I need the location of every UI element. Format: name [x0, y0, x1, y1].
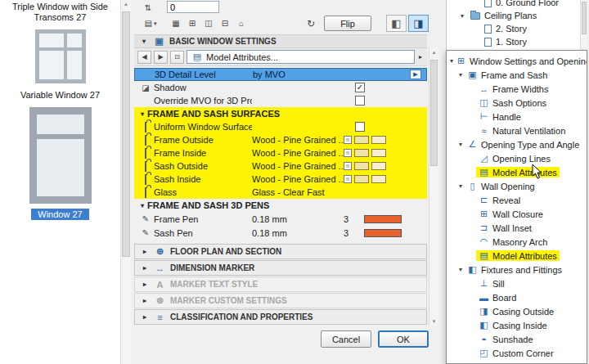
navigator-item-story-1[interactable]: 1. Story: [447, 35, 587, 48]
scrollbar-thumb[interactable]: [122, 11, 130, 257]
surface-value[interactable]: Wood - Pine Grained ...: [252, 161, 344, 171]
surface-chip-icon[interactable]: [344, 175, 352, 183]
tree-item-casing-inside[interactable]: ◧Casing Inside: [447, 318, 587, 332]
surface-swatch-secondary[interactable]: [371, 149, 386, 157]
row-sash-outside[interactable]: Sash Outside Wood - Pine Grained ...: [134, 160, 427, 173]
pen-color-swatch[interactable]: [364, 215, 402, 223]
row-frame-pen[interactable]: ✎ Frame Pen 0.18 mm 3: [134, 212, 427, 226]
pen-weight-value[interactable]: 0.18 mm: [252, 228, 344, 238]
window-thumbnail-triple[interactable]: [35, 29, 86, 83]
previous-page-button[interactable]: ◀: [137, 51, 151, 64]
rotate-button[interactable]: ↻: [303, 16, 319, 30]
surface-swatch-secondary[interactable]: [371, 175, 386, 183]
tree-item-opening-type-and-angle[interactable]: ▾ ∠Opening Type and Angle: [447, 137, 587, 151]
ok-button[interactable]: OK: [378, 330, 429, 348]
tree-item-wall-closure[interactable]: ⊞Wall Closure: [447, 207, 587, 221]
sort-order-button[interactable]: ⇅: [137, 2, 159, 13]
tree-item-board[interactable]: ▬Board: [447, 290, 587, 304]
row-frame-outside[interactable]: Frame Outside Wood - Pine Grained ...: [134, 133, 427, 146]
row-glass[interactable]: Glass Glass - Clear Fast: [134, 186, 427, 199]
tree-item-reveal[interactable]: ⊏Reveal: [447, 193, 587, 207]
pen-index: 3: [344, 228, 362, 238]
section-floor-plan-and-section[interactable]: ▸ ⊕ FLOOR PLAN AND SECTION: [134, 244, 427, 259]
row-value[interactable]: by MVO: [253, 70, 344, 79]
row-shadow[interactable]: ◪ Shadow ✓: [134, 81, 427, 94]
surface-swatch-secondary[interactable]: [371, 162, 386, 170]
section-classification-and-properties[interactable]: ▸ ≡ CLASSIFICATION AND PROPERTIES: [134, 309, 427, 325]
tree-item-model-attributes-opening[interactable]: ▤Model Attributes: [447, 165, 587, 179]
tree-item-sill[interactable]: ⊥Sill: [447, 276, 587, 290]
surface-value[interactable]: Glass - Clear Fast: [252, 187, 344, 197]
navigator-item-ground-floor[interactable]: 0. Ground Floor: [447, 0, 587, 9]
panel-tab-2[interactable]: ⊞: [185, 16, 200, 30]
surface-swatch[interactable]: [354, 175, 369, 183]
navigator-folder-ceiling-plans[interactable]: ▾ Ceiling Plans: [447, 9, 587, 22]
offset-input[interactable]: [167, 1, 219, 13]
tree-item-sunshade[interactable]: ◓Sunshade: [447, 332, 587, 346]
surface-swatch-secondary[interactable]: [371, 136, 386, 144]
row-3d-detail-level[interactable]: 3D Detail Level by MVO ▶: [134, 68, 427, 81]
cancel-button[interactable]: Cancel: [321, 330, 371, 348]
orientation-right-toggle[interactable]: ◨: [408, 15, 429, 32]
selected-library-item-label[interactable]: Window 27: [31, 209, 88, 220]
panel-tab-4[interactable]: ⊟: [218, 16, 232, 30]
tree-item-wall-inset[interactable]: ⊐Wall Inset: [447, 221, 587, 235]
orientation-left-toggle[interactable]: ◧: [386, 15, 407, 32]
surface-value[interactable]: Wood - Pine Grained ...: [252, 174, 344, 184]
tree-item-casing-outside[interactable]: ◨Casing Outside: [447, 304, 587, 318]
window-thumbnail-selected[interactable]: [29, 107, 92, 204]
surface-swatch[interactable]: [354, 149, 369, 157]
flyout-arrow-button[interactable]: ▶: [410, 70, 421, 79]
pen-color-swatch[interactable]: [364, 229, 402, 237]
tree-item-sash-options[interactable]: ◫Sash Options: [447, 96, 587, 110]
scroll-down-icon[interactable]: ▼: [429, 317, 438, 326]
row-uniform-window-surfaces[interactable]: Uniform Window Surfaces: [134, 120, 427, 133]
pen-weight-value[interactable]: 0.18 mm: [252, 214, 344, 224]
scroll-up-icon[interactable]: ▲: [121, 0, 131, 9]
section-dimension-marker[interactable]: ▸ ↔ DIMENSION MARKER: [134, 260, 427, 276]
tree-item-opening-lines[interactable]: ◿Opening Lines: [447, 151, 587, 165]
row-sash-inside[interactable]: Sash Inside Wood - Pine Grained ...: [134, 173, 427, 186]
tree-item-model-attributes-wall[interactable]: ▤Model Attributes: [447, 249, 587, 263]
flip-button[interactable]: Flip: [324, 16, 371, 31]
settings-scrollbar[interactable]: ▲ ▼: [429, 48, 438, 326]
surface-chip-icon[interactable]: [344, 149, 352, 157]
tree-item-window-settings-and-opening[interactable]: ▾ ⊞Window Settings and Opening: [447, 54, 587, 68]
navigator-item-story-2[interactable]: 2. Story: [447, 22, 587, 35]
surface-value[interactable]: Wood - Pine Grained ...: [252, 148, 344, 158]
tree-item-handle[interactable]: ⊢Handle: [447, 110, 587, 124]
tree-item-custom-corner[interactable]: ◰Custom Corner: [447, 346, 587, 360]
tree-item-masonry-arch[interactable]: ◠Masonry Arch: [447, 235, 587, 249]
tree-item-frame-and-sash[interactable]: ▾ ▣Frame and Sash: [447, 68, 587, 82]
shadow-checkbox[interactable]: ✓: [355, 83, 365, 92]
surface-chip-icon[interactable]: [344, 136, 352, 144]
transfer-settings-button[interactable]: ⊡: [170, 51, 184, 64]
subsection-frame-and-sash-3d-pens[interactable]: ▾ FRAME AND SASH 3D PENS: [134, 199, 427, 212]
surface-swatch[interactable]: [354, 162, 369, 170]
row-sash-pen[interactable]: ✎ Sash Pen 0.18 mm 3: [134, 226, 427, 240]
navigator-scrollbar[interactable]: [580, 0, 587, 50]
scrollbar-thumb[interactable]: [430, 60, 438, 166]
surface-swatch[interactable]: [354, 136, 369, 144]
panel-tab-3[interactable]: ◫: [201, 16, 216, 30]
row-frame-inside[interactable]: Frame Inside Wood - Pine Grained ...: [134, 146, 427, 160]
tree-item-frame-widths[interactable]: ↔Frame Widths: [447, 82, 587, 96]
row-override-mvo[interactable]: Override MVO for 3D Proje...: [134, 94, 427, 107]
subsection-frame-and-sash-surfaces[interactable]: ▾ FRAME AND SASH SURFACES: [134, 107, 427, 120]
next-page-button[interactable]: ▶: [154, 51, 168, 64]
panel-tab-1[interactable]: ▦: [169, 16, 183, 30]
page-dropdown[interactable]: ▤ Model Attributes...: [187, 50, 415, 64]
library-scrollbar[interactable]: ▲: [120, 0, 131, 364]
override-mvo-checkbox[interactable]: [355, 96, 365, 106]
tree-item-natural-ventilation[interactable]: ≈Natural Ventilation: [447, 124, 587, 137]
tree-item-fixtures-and-fittings[interactable]: ▾ ◧Fixtures and Fittings: [447, 263, 587, 276]
uniform-surfaces-checkbox[interactable]: [355, 122, 365, 132]
panel-tab-5[interactable]: ⌂: [234, 16, 249, 30]
scroll-up-icon[interactable]: ▲: [429, 48, 438, 57]
section-basic-window-settings[interactable]: ▾ ▣ BASIC WINDOW SETTINGS: [134, 34, 427, 48]
surface-value[interactable]: Wood - Pine Grained ...: [252, 135, 344, 145]
surface-chip-icon[interactable]: [344, 162, 352, 170]
tree-item-wall-opening[interactable]: ▾ ▯Wall Opening: [447, 179, 587, 193]
library-view-split-button[interactable]: ▤ ▾: [137, 16, 164, 30]
scrollbar-thumb[interactable]: [582, 2, 587, 34]
